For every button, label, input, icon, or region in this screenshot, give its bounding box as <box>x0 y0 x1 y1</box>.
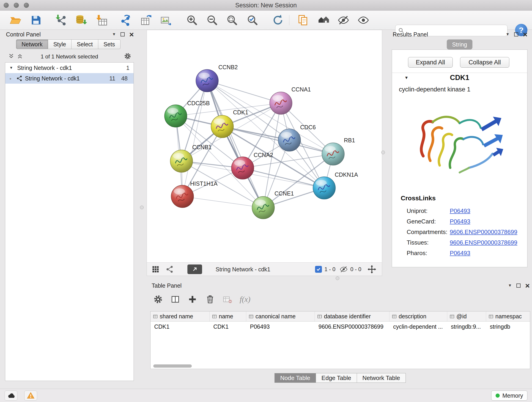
panel-menu-icon[interactable]: ▼ <box>508 283 512 288</box>
node-label-ccna2: CCNA2 <box>254 152 273 158</box>
table-panel-title: Table Panel <box>152 282 182 289</box>
network-edge[interactable] <box>207 81 263 208</box>
network-edge[interactable] <box>182 196 263 208</box>
node-highlight <box>174 188 185 194</box>
tab-edge-table[interactable]: Edge Table <box>316 373 357 383</box>
zoom-out-button[interactable] <box>205 13 219 27</box>
node-label-rb1: RB1 <box>344 137 355 143</box>
refresh-icon <box>272 14 284 26</box>
function-builder-button[interactable]: f(x) <box>240 293 250 306</box>
cell-id[interactable]: stringdb:9... <box>447 323 486 330</box>
horizontal-scrollbar[interactable] <box>153 364 192 368</box>
panel-menu-icon[interactable]: ▼ <box>112 32 116 37</box>
delete-table-button[interactable] <box>221 293 234 306</box>
show-columns-button[interactable] <box>169 293 182 306</box>
hidden-eye-slash-icon[interactable] <box>340 265 348 274</box>
crosslink-link[interactable]: 9606.ENSP00000378699 <box>450 229 517 236</box>
crosslink-link[interactable]: P06493 <box>450 207 470 215</box>
network-share-icon[interactable] <box>166 265 174 274</box>
network-selected-count: 1 of 1 Network selected <box>5 53 134 60</box>
column-header-namespace[interactable]: namespac <box>486 312 530 321</box>
delete-column-button[interactable] <box>204 293 216 306</box>
cell-description[interactable]: cyclin-dependent ... <box>389 323 447 330</box>
memory-button[interactable]: Memory <box>491 390 527 401</box>
network-edge[interactable] <box>222 127 333 154</box>
refresh-view-button[interactable] <box>271 13 285 27</box>
tab-node-table[interactable]: Node Table <box>274 373 316 383</box>
detach-view-button[interactable] <box>187 264 202 274</box>
tree-caret-icon[interactable]: ▼ <box>9 66 17 70</box>
column-header-id[interactable]: @id <box>447 312 486 321</box>
grid-view-icon[interactable] <box>152 265 160 274</box>
gear-icon[interactable] <box>124 52 132 60</box>
panel-splitter-handle[interactable] <box>336 276 339 280</box>
panel-close-icon[interactable]: × <box>523 31 527 38</box>
expand-all-button[interactable]: Expand All <box>408 57 453 68</box>
tab-network[interactable]: Network <box>16 39 48 49</box>
panel-splitter-handle[interactable] <box>381 151 385 154</box>
crosslink-link[interactable]: P06493 <box>450 249 470 257</box>
cell-namespace[interactable]: stringdb <box>486 323 530 330</box>
tab-style[interactable]: Style <box>48 39 72 49</box>
tab-sets[interactable]: Sets <box>98 39 120 49</box>
export-image-button[interactable] <box>159 13 173 27</box>
column-header-database-identifier[interactable]: database identifier <box>315 312 389 321</box>
panel-float-icon[interactable] <box>120 32 125 36</box>
column-header-canonical-name[interactable]: canonical name <box>246 312 315 321</box>
panel-float-icon[interactable] <box>516 283 520 288</box>
selected-checkbox[interactable] <box>315 266 322 273</box>
zoom-in-button[interactable] <box>185 13 199 27</box>
tab-network-table[interactable]: Network Table <box>357 373 406 383</box>
import-table-button[interactable] <box>95 13 109 27</box>
save-session-button[interactable] <box>29 13 43 27</box>
network-row[interactable]: ● String Network - cdk1 11 48 <box>5 73 133 84</box>
save-icon <box>30 14 42 26</box>
table-settings-button[interactable] <box>152 293 165 306</box>
open-session-button[interactable] <box>9 13 22 27</box>
tab-string[interactable]: String <box>447 39 472 50</box>
cell-database-identifier[interactable]: 9606.ENSP00000378699 <box>315 323 389 330</box>
panel-splitter-handle[interactable] <box>140 206 144 209</box>
node-highlight <box>173 153 184 159</box>
show-graphics-button[interactable] <box>356 13 370 27</box>
zoom-fit-button[interactable] <box>225 13 239 27</box>
node-label-cdc6: CDC6 <box>300 124 316 130</box>
column-header-name[interactable]: name <box>210 312 246 321</box>
panel-float-icon[interactable] <box>514 32 518 36</box>
network-collection-row[interactable]: ▼ String Network - cdk1 1 <box>5 63 133 73</box>
column-icon <box>249 314 254 319</box>
pan-move-icon[interactable] <box>367 265 376 274</box>
panel-menu-icon[interactable]: ▼ <box>506 32 510 37</box>
panel-close-icon[interactable]: × <box>525 282 530 289</box>
memory-label: Memory <box>502 392 523 399</box>
export-table-button[interactable] <box>139 13 153 27</box>
home-icon <box>317 14 329 26</box>
table-row[interactable]: CDK1 CDK1 P06493 9606.ENSP00000378699 cy… <box>151 322 530 332</box>
add-column-button[interactable] <box>186 293 199 306</box>
cell-canonical-name[interactable]: P06493 <box>246 323 315 330</box>
home-button[interactable] <box>317 13 330 27</box>
network-canvas[interactable]: CCNB2CCNA1CDC25BCDK1CDC6RB1CCNB1CCNA2CDK… <box>147 30 382 262</box>
import-table-icon <box>96 14 108 26</box>
column-header-description[interactable]: description <box>389 312 447 321</box>
network-edge[interactable] <box>207 81 281 103</box>
network-edge[interactable] <box>182 81 207 196</box>
tab-select[interactable]: Select <box>71 39 98 49</box>
copy-document-button[interactable] <box>296 13 310 27</box>
cell-shared-name[interactable]: CDK1 <box>151 323 210 330</box>
cell-name[interactable]: CDK1 <box>210 323 246 330</box>
warnings-button[interactable] <box>24 390 37 401</box>
crosslink-link[interactable]: 9606.ENSP00000378699 <box>450 239 517 246</box>
import-network-file-button[interactable] <box>55 13 68 27</box>
hide-graphics-button[interactable] <box>336 13 350 27</box>
export-network-button[interactable] <box>119 13 133 27</box>
collapse-all-button[interactable]: Collapse All <box>460 57 509 68</box>
node-highlight <box>255 200 266 206</box>
cloud-status-button[interactable] <box>5 390 17 401</box>
crosslink-link[interactable]: P06493 <box>450 218 470 225</box>
column-header-shared-name[interactable]: shared name <box>151 312 210 321</box>
panel-close-icon[interactable]: × <box>129 31 134 38</box>
network-share-icon <box>16 75 23 82</box>
import-network-database-button[interactable] <box>74 13 88 27</box>
zoom-selected-button[interactable] <box>246 13 259 27</box>
